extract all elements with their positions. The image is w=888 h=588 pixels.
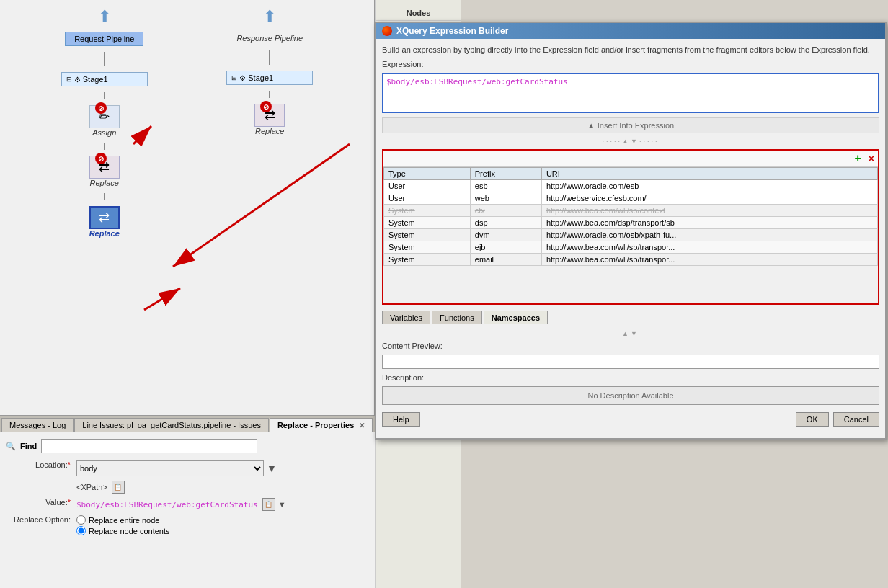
- bottom-tab-bar: Messages - Log Line Issues: pl_oa_getCar…: [0, 416, 375, 432]
- ns-row-system-ejb[interactable]: System ejb http://www.bea.com/wli/sb/tra…: [384, 241, 878, 254]
- tab-messages-log[interactable]: Messages - Log: [1, 418, 74, 432]
- replace-option-label: Replace Option:: [6, 515, 71, 524]
- insert-into-container: ▲ Insert Into Expression: [382, 117, 879, 133]
- drag-handle-top: ·····▲▼·····: [382, 138, 879, 145]
- xquery-description: Build an expression by typing directly i…: [382, 45, 879, 55]
- col-type: Type: [384, 168, 471, 180]
- location-select[interactable]: body: [76, 460, 264, 476]
- radio-node-contents[interactable]: Replace node contents: [76, 526, 170, 535]
- ns-row-system-ctx[interactable]: System ctx http://www.bea.com/wli/sb/con…: [384, 205, 878, 217]
- location-row: Location:* body ▼: [6, 458, 369, 478]
- request-pipeline-col: ⬆ Request Pipeline ⊟ ⚙ Stage1 ⊘ ✏ Assig: [61, 7, 148, 238]
- stage1-label: Stage1: [83, 75, 108, 84]
- location-value: body ▼: [76, 460, 277, 476]
- find-icon: 🔍: [6, 442, 16, 451]
- stage1-expand-icon[interactable]: ⊟: [66, 76, 72, 83]
- connector2: [104, 92, 105, 99]
- namespace-table: Type Prefix URI User esb http://www.orac…: [383, 167, 878, 266]
- replace-selected-label: Replace: [89, 229, 120, 238]
- tab-functions[interactable]: Functions: [432, 311, 482, 324]
- location-label: Location:*: [6, 460, 71, 469]
- xpath-value: <XPath> 📋: [76, 481, 125, 494]
- ns-row-user-esb[interactable]: User esb http://www.oracle.com/esb: [384, 180, 878, 192]
- content-preview-area: [382, 355, 879, 369]
- description-section-label: Description:: [382, 373, 879, 382]
- radio-entire-node[interactable]: Replace entire node: [76, 515, 170, 525]
- response-stage1[interactable]: ⊟ ⚙ Stage1: [226, 71, 313, 85]
- nodes-label: Nodes: [376, 6, 461, 21]
- no-description-text: No Description Available: [382, 386, 879, 405]
- expression-input[interactable]: $body/esb:ESBRequest/web:getCardStatus: [382, 73, 879, 113]
- ns-row-user-web[interactable]: User web http://webservice.cfesb.com/: [384, 192, 878, 205]
- response-pipeline-label: Response Pipeline: [228, 32, 311, 45]
- left-panel: ⬆ Request Pipeline ⊟ ⚙ Stage1 ⊘ ✏ Assig: [0, 0, 375, 588]
- tab-line-issues[interactable]: Line Issues: pl_oa_getCardStatus.pipelin…: [74, 418, 269, 432]
- replace-selected-icon[interactable]: ⇄: [89, 206, 120, 229]
- value-code: $body/esb:ESBRequest/web:getCardStatus: [76, 500, 258, 509]
- replace-options: Replace entire node Replace node content…: [76, 515, 170, 535]
- ns-table-body: User esb http://www.oracle.com/esb User …: [384, 180, 878, 266]
- find-label: Find: [20, 442, 37, 450]
- xquery-dialog: XQuery Expression Builder Build an expre…: [375, 22, 887, 440]
- col-uri: URI: [541, 168, 877, 180]
- help-button[interactable]: Help: [382, 412, 420, 427]
- fragment-tabs: Variables Functions Namespaces: [382, 309, 879, 326]
- value-row: Value:* $body/esb:ESBRequest/web:getCard…: [6, 496, 369, 513]
- stage1r-expand-icon[interactable]: ⊟: [231, 74, 237, 81]
- bottom-panel: Messages - Log Line Issues: pl_oa_getCar…: [0, 415, 375, 588]
- connector5: [269, 50, 270, 65]
- insert-into-btn[interactable]: ▲ Insert Into Expression: [382, 117, 879, 133]
- namespace-table-container: + × Type Prefix URI: [382, 149, 879, 305]
- replace-error-badge: ⊘: [95, 153, 107, 164]
- connector4: [104, 193, 105, 200]
- ns-table-toolbar: + ×: [383, 151, 878, 167]
- tab-replace-properties[interactable]: Replace - Properties ✕: [270, 418, 373, 432]
- connector3: [104, 143, 105, 150]
- xquery-dialog-title: XQuery Expression Builder: [396, 26, 508, 36]
- cancel-button[interactable]: Cancel: [833, 412, 879, 427]
- xpath-browse-btn[interactable]: 📋: [112, 481, 125, 494]
- find-input[interactable]: [41, 439, 257, 453]
- find-bar: 🔍 Find: [6, 436, 369, 458]
- response-up-arrow-icon: ⬆: [263, 7, 276, 26]
- assign-label: Assign: [92, 128, 116, 137]
- replace-node-response: ⊘ ⇄ Replace: [254, 104, 285, 135]
- namespace-table-scroll: Type Prefix URI User esb http://www.orac…: [383, 167, 878, 303]
- add-namespace-btn[interactable]: +: [852, 152, 863, 165]
- ns-row-system-dvm[interactable]: System dvm http://www.oracle.com/osb/xpa…: [384, 229, 878, 241]
- bottom-content-area: 🔍 Find Location:* body ▼: [0, 432, 375, 542]
- response-pipeline-col: ⬆ Response Pipeline ⊟ ⚙ Stage1 ⊘ ⇄ Repl: [226, 7, 313, 135]
- xquery-title-bar: XQuery Expression Builder: [376, 23, 885, 39]
- xpath-row: <XPath> 📋: [6, 478, 369, 496]
- request-up-arrow-icon: ⬆: [98, 7, 111, 26]
- assign-error-badge: ⊘: [95, 102, 107, 114]
- xpath-label-spacer: [6, 481, 71, 489]
- value-dropdown-icon[interactable]: ▼: [278, 500, 286, 509]
- svg-line-2: [144, 288, 180, 310]
- tab-close-icon[interactable]: ✕: [359, 422, 365, 429]
- tab-variables[interactable]: Variables: [382, 311, 430, 324]
- ok-button[interactable]: OK: [796, 412, 829, 427]
- ns-row-system-email[interactable]: System email http://www.bea.com/wli/sb/t…: [384, 254, 878, 266]
- value-value: $body/esb:ESBRequest/web:getCardStatus 📋…: [76, 498, 286, 511]
- ns-table-head: Type Prefix URI: [384, 168, 878, 180]
- remove-namespace-btn[interactable]: ×: [866, 152, 876, 165]
- replace-selected-node: ⇄ Replace: [89, 206, 120, 238]
- dialog-button-row: Help OK Cancel: [382, 409, 879, 429]
- replace2-label: Replace: [255, 127, 284, 135]
- radio-entire-input[interactable]: [76, 515, 86, 525]
- drag-handle-mid: ·····▲▼·····: [382, 330, 879, 337]
- xpath-label: <XPath>: [76, 483, 107, 491]
- radio-contents-input[interactable]: [76, 526, 86, 535]
- value-browse-btn[interactable]: 📋: [262, 498, 275, 511]
- replace-option-row: Replace Option: Replace entire node Repl…: [6, 513, 369, 538]
- request-stage1[interactable]: ⊟ ⚙ Stage1: [61, 72, 148, 86]
- connector6: [269, 91, 270, 98]
- tab-namespaces[interactable]: Namespaces: [484, 311, 548, 324]
- connector1: [104, 52, 105, 66]
- stage1r-icon: ⚙: [239, 74, 246, 82]
- location-dropdown-icon[interactable]: ▼: [267, 463, 277, 474]
- ns-row-system-dsp[interactable]: System dsp http://www.bea.com/dsp/transp…: [384, 217, 878, 229]
- replace-node1: ⊘ ⇄ Replace: [89, 156, 120, 187]
- xquery-body: Build an expression by typing directly i…: [376, 39, 885, 435]
